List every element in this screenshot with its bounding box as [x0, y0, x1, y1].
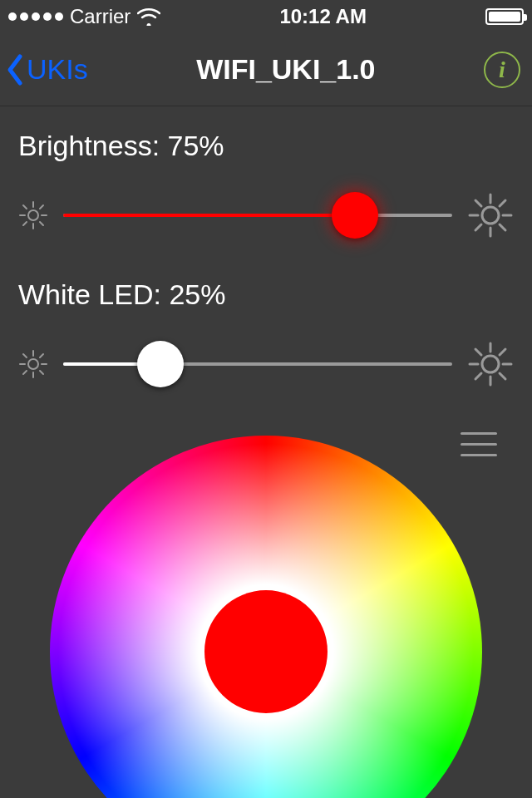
white-led-low-icon	[18, 349, 48, 379]
brightness-slider[interactable]	[63, 197, 452, 234]
svg-point-9	[482, 207, 499, 224]
signal-strength-icon	[8, 12, 63, 21]
wifi-icon	[137, 7, 160, 26]
back-button[interactable]: UKIs	[5, 53, 88, 86]
svg-line-23	[23, 354, 27, 357]
white-led-label: White LED: 25%	[18, 278, 514, 311]
svg-line-26	[40, 354, 43, 357]
svg-line-14	[475, 200, 481, 206]
status-bar: Carrier 10:12 AM	[0, 0, 532, 33]
chevron-left-icon	[5, 53, 25, 86]
navigation-bar: UKIs WIFI_UKI_1.0 i	[0, 33, 532, 106]
svg-line-33	[500, 373, 505, 379]
svg-point-27	[482, 356, 499, 372]
svg-line-6	[40, 222, 43, 225]
svg-line-8	[40, 205, 43, 209]
svg-line-17	[500, 200, 505, 206]
svg-line-35	[500, 349, 505, 355]
svg-line-25	[23, 371, 27, 374]
svg-line-16	[475, 224, 481, 230]
svg-line-34	[475, 373, 481, 379]
info-button[interactable]: i	[484, 52, 520, 88]
white-led-slider-thumb[interactable]	[137, 341, 184, 387]
svg-line-7	[23, 222, 27, 225]
brightness-high-icon	[467, 192, 514, 239]
status-time: 10:12 AM	[160, 5, 485, 28]
white-led-slider-row	[18, 341, 514, 387]
svg-line-24	[40, 371, 43, 374]
main-content: Brightness: 75%	[0, 106, 532, 798]
white-led-slider[interactable]	[63, 346, 452, 382]
brightness-label: Brightness: 75%	[18, 130, 514, 162]
carrier-label: Carrier	[70, 5, 131, 28]
svg-line-32	[475, 349, 481, 355]
svg-point-18	[28, 359, 38, 369]
battery-icon	[485, 8, 524, 25]
selected-color-indicator	[204, 590, 328, 713]
svg-line-5	[23, 205, 27, 209]
white-led-high-icon	[467, 341, 514, 387]
page-title: WIFI_UKI_1.0	[88, 53, 484, 86]
svg-point-0	[28, 210, 38, 220]
svg-line-15	[500, 224, 505, 230]
color-picker-area	[18, 427, 514, 798]
info-icon: i	[499, 57, 505, 83]
color-wheel[interactable]	[50, 436, 482, 798]
brightness-slider-thumb[interactable]	[332, 192, 378, 239]
brightness-low-icon	[18, 200, 48, 230]
brightness-slider-row	[18, 192, 514, 239]
back-label: UKIs	[27, 53, 88, 86]
